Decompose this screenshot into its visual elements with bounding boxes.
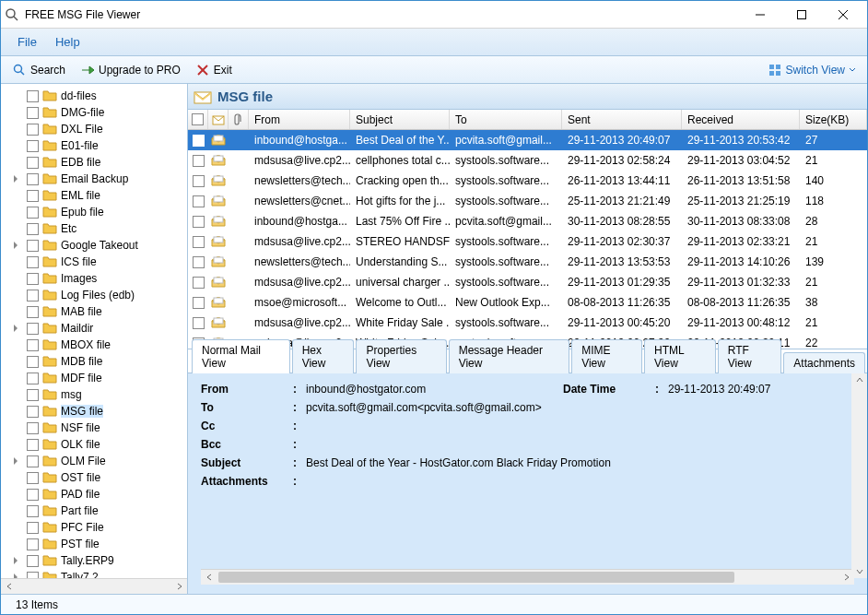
row-checkbox[interactable]	[188, 171, 208, 191]
sidebar-hscroll[interactable]	[1, 578, 187, 594]
tree-item[interactable]: Tally7.2	[1, 569, 187, 578]
tree-item[interactable]: PAD file	[1, 486, 187, 503]
row-checkbox[interactable]	[188, 191, 208, 211]
tree-item[interactable]: E01-file	[1, 137, 187, 154]
checkbox[interactable]	[27, 157, 39, 169]
checkbox[interactable]	[27, 273, 39, 285]
col-checkbox[interactable]	[188, 110, 208, 129]
tree-item[interactable]: EDB file	[1, 154, 187, 171]
checkbox[interactable]	[27, 306, 39, 318]
mail-row[interactable]: inbound@hostga...Best Deal of the Y...pc…	[188, 130, 867, 150]
tree-item[interactable]: dd-files	[1, 88, 187, 104]
detail-hscroll[interactable]	[201, 569, 854, 585]
search-button[interactable]: Search	[5, 61, 73, 79]
mail-row[interactable]: mdsusa@live.cp2...universal charger ...s…	[188, 272, 867, 292]
mail-row[interactable]: newsletters@cnet...Hot gifts for the j..…	[188, 191, 867, 211]
tree-item[interactable]: Tally.ERP9	[1, 552, 187, 569]
row-checkbox[interactable]	[188, 150, 208, 171]
checkbox[interactable]	[27, 223, 39, 235]
tree-item[interactable]: Images	[1, 270, 187, 287]
tree-item[interactable]: MBOX file	[1, 337, 187, 353]
row-checkbox[interactable]	[188, 231, 208, 252]
checkbox[interactable]	[27, 290, 39, 302]
scroll-left-icon[interactable]	[1, 579, 17, 595]
checkbox[interactable]	[27, 505, 39, 517]
col-received[interactable]: Received	[682, 110, 800, 129]
tree-item[interactable]: Email Backup	[1, 171, 187, 187]
row-checkbox[interactable]	[188, 272, 208, 292]
tab[interactable]: MIME View	[571, 339, 642, 373]
tree-item[interactable]: PFC File	[1, 519, 187, 536]
exit-button[interactable]: Exit	[188, 61, 240, 79]
tree-item[interactable]: DXL File	[1, 121, 187, 137]
tree-item[interactable]: Log Files (edb)	[1, 287, 187, 303]
tab[interactable]: RTF View	[718, 339, 781, 373]
row-checkbox[interactable]	[188, 292, 208, 313]
tree-item[interactable]: PST file	[1, 536, 187, 552]
mail-row[interactable]: msoe@microsoft...Welcome to Outl...New O…	[188, 292, 867, 313]
scroll-thumb[interactable]	[218, 572, 734, 583]
row-checkbox[interactable]	[188, 130, 208, 150]
tree-item[interactable]: OLM File	[1, 453, 187, 469]
mail-row[interactable]: newsletters@tech...Understanding S...sys…	[188, 252, 867, 272]
minimize-button[interactable]	[739, 2, 780, 28]
tree-item[interactable]: DMG-file	[1, 104, 187, 121]
close-button[interactable]	[822, 2, 863, 28]
col-size[interactable]: Size(KB)	[800, 110, 867, 129]
checkbox[interactable]	[27, 522, 39, 534]
row-checkbox[interactable]	[188, 313, 208, 333]
checkbox[interactable]	[27, 389, 39, 401]
checkbox[interactable]	[27, 422, 39, 434]
checkbox[interactable]	[27, 323, 39, 335]
scroll-down-icon[interactable]	[856, 568, 863, 575]
checkbox[interactable]	[27, 555, 39, 567]
checkbox[interactable]	[27, 339, 39, 351]
tree-item[interactable]: EML file	[1, 187, 187, 204]
row-checkbox[interactable]	[188, 211, 208, 231]
row-checkbox[interactable]	[188, 252, 208, 272]
menu-help[interactable]: Help	[46, 31, 89, 53]
checkbox[interactable]	[27, 406, 39, 418]
checkbox[interactable]	[27, 356, 39, 368]
checkbox[interactable]	[27, 240, 39, 252]
checkbox[interactable]	[27, 455, 39, 467]
checkbox[interactable]	[27, 489, 39, 501]
tree-item[interactable]: Etc	[1, 220, 187, 237]
col-to[interactable]: To	[450, 110, 562, 129]
checkbox[interactable]	[27, 107, 39, 119]
mail-row[interactable]: inbound@hostga...Last 75% Off Fire ...pc…	[188, 211, 867, 231]
tab[interactable]: HTML View	[644, 339, 716, 373]
mail-row[interactable]: mdsusa@live.cp2...STEREO HANDSFR...systo…	[188, 231, 867, 252]
col-read-icon[interactable]	[208, 110, 229, 129]
tree-item[interactable]: Google Takeout	[1, 237, 187, 254]
tab[interactable]: Message Header View	[449, 339, 570, 373]
detail-vscroll[interactable]	[851, 373, 867, 578]
col-attachment-icon[interactable]	[229, 110, 249, 129]
scroll-up-icon[interactable]	[856, 376, 863, 384]
tab[interactable]: Properties View	[356, 339, 446, 373]
checkbox[interactable]	[27, 90, 39, 102]
checkbox[interactable]	[27, 439, 39, 451]
checkbox[interactable]	[27, 124, 39, 136]
tree-item[interactable]: MDF file	[1, 370, 187, 386]
tree-item[interactable]: Epub file	[1, 204, 187, 220]
checkbox[interactable]	[27, 140, 39, 152]
tab[interactable]: Hex View	[292, 339, 355, 373]
upgrade-button[interactable]: Upgrade to PRO	[73, 61, 188, 79]
tree-item[interactable]: MDB file	[1, 353, 187, 370]
checkbox[interactable]	[27, 173, 39, 185]
tree-item[interactable]: ICS file	[1, 254, 187, 270]
checkbox[interactable]	[27, 472, 39, 484]
checkbox[interactable]	[27, 256, 39, 268]
tree-item[interactable]: MAB file	[1, 303, 187, 320]
mail-row[interactable]: newsletters@tech...Cracking open th...sy…	[188, 171, 867, 191]
tab[interactable]: Attachments	[783, 352, 865, 373]
col-from[interactable]: From	[249, 110, 350, 129]
mail-row[interactable]: mdsusa@live.cp2...White Friday Sale ...s…	[188, 313, 867, 333]
tree-item[interactable]: Part file	[1, 503, 187, 519]
checkbox[interactable]	[27, 190, 39, 202]
scroll-left-icon[interactable]	[201, 574, 217, 581]
mail-row[interactable]: mdsusa@live.cp2...cellphones total c...s…	[188, 150, 867, 171]
menu-file[interactable]: File	[8, 31, 46, 53]
tab[interactable]: Normal Mail View	[192, 339, 290, 373]
